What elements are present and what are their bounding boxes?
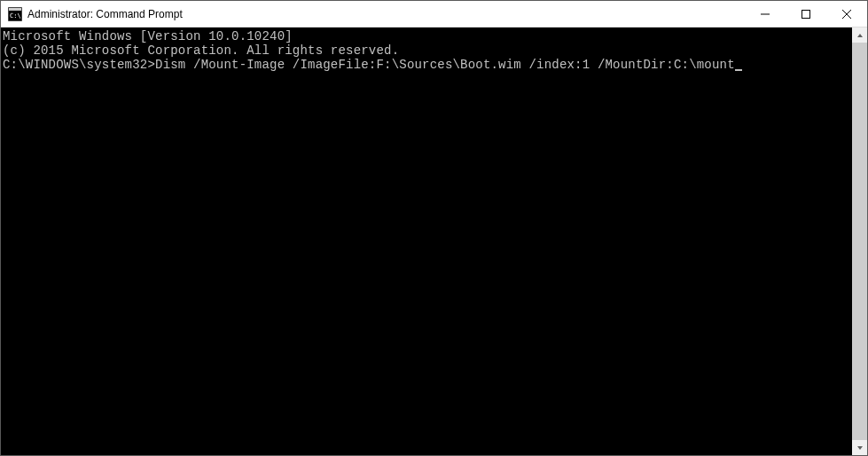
minimize-button[interactable] bbox=[745, 1, 786, 27]
terminal-line: Microsoft Windows [Version 10.0.10240] bbox=[3, 29, 852, 43]
window-controls bbox=[745, 1, 867, 27]
terminal-prompt-line: C:\WINDOWS\system32>Dism /Mount-Image /I… bbox=[3, 58, 852, 72]
terminal-command: Dism /Mount-Image /ImageFile:F:\Sources\… bbox=[155, 58, 735, 72]
svg-rect-1 bbox=[9, 8, 21, 11]
cursor bbox=[735, 69, 742, 71]
svg-text:C:\: C:\ bbox=[10, 12, 21, 20]
cmd-icon: C:\ bbox=[8, 7, 22, 21]
scroll-up-button[interactable] bbox=[852, 28, 867, 43]
svg-rect-4 bbox=[802, 10, 810, 18]
window-title: Administrator: Command Prompt bbox=[27, 8, 745, 20]
terminal-content[interactable]: Microsoft Windows [Version 10.0.10240](c… bbox=[1, 28, 852, 455]
close-button[interactable] bbox=[826, 1, 867, 27]
titlebar[interactable]: C:\ Administrator: Command Prompt bbox=[1, 1, 867, 28]
terminal-prompt: C:\WINDOWS\system32> bbox=[3, 58, 155, 72]
vertical-scrollbar[interactable] bbox=[852, 28, 867, 455]
scroll-down-button[interactable] bbox=[852, 440, 867, 455]
terminal-area: Microsoft Windows [Version 10.0.10240](c… bbox=[1, 28, 867, 455]
maximize-button[interactable] bbox=[786, 1, 826, 27]
terminal-line: (c) 2015 Microsoft Corporation. All righ… bbox=[3, 43, 852, 58]
scroll-thumb[interactable] bbox=[852, 43, 867, 440]
scroll-track[interactable] bbox=[852, 43, 867, 440]
